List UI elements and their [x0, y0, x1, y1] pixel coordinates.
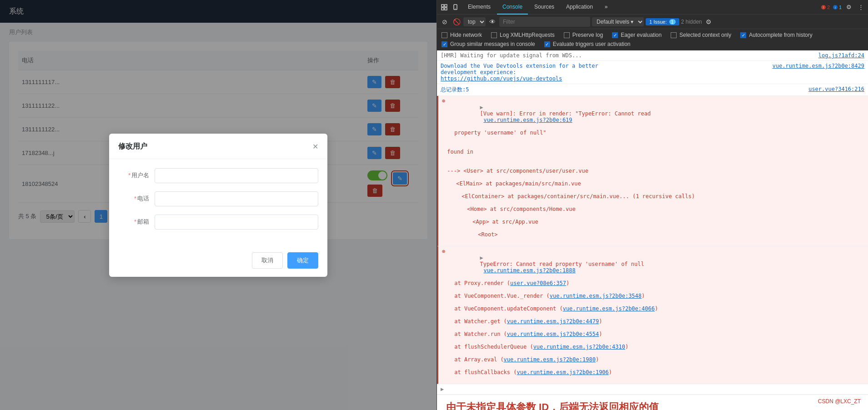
more-options-icon[interactable]: ⋮	[855, 2, 866, 13]
settings-gear-btn[interactable]: ⚙	[704, 17, 714, 27]
top-frame-select[interactable]: top	[463, 17, 486, 26]
evaluate-triggers-label: Evaluate triggers user activation	[553, 41, 631, 47]
tab-console[interactable]: Console	[497, 0, 528, 15]
log-xmlhttp-label: Log XMLHttpRequests	[500, 32, 555, 38]
big-error-message: 由于未指定具体参数 ID，后端无法返回相应的值	[437, 395, 868, 410]
error-log-line: ⊗ ▶ [Vue warn]: Error in render: "TypeEr…	[437, 96, 868, 246]
expand-arrow-2[interactable]: ▶	[480, 255, 483, 261]
selected-context-label: Selected context only	[679, 32, 731, 38]
expand-arrow[interactable]: ▶	[480, 104, 483, 110]
log-line: [HMR] Waiting for update signal from WDS…	[437, 50, 868, 61]
phone-label: *电话	[118, 195, 155, 203]
phone-row: *电话	[118, 191, 318, 206]
devtools-toolbar: ⊘ 🚫 top 👁 Default levels ▾ 1 Issue: 1 2 …	[437, 15, 868, 29]
log-line: 总记录数:5 user.vue?3416:216	[437, 84, 868, 96]
expand-more[interactable]: ▶	[437, 384, 868, 395]
email-input[interactable]	[155, 215, 318, 230]
tab-more[interactable]: »	[599, 0, 613, 15]
group-similar-row: ✓ Group similar messages in console	[442, 41, 535, 47]
evaluate-triggers-row: ✓ Evaluate triggers user activation	[544, 41, 631, 47]
tab-application[interactable]: Application	[561, 0, 598, 15]
clear-console-btn[interactable]: ⊘	[440, 17, 450, 27]
email-label: *邮箱	[118, 218, 155, 226]
csdn-watermark: CSDN @LXC_ZT	[815, 397, 863, 405]
email-row: *邮箱	[118, 215, 318, 230]
hide-network-row: Hide network	[442, 32, 482, 38]
log-link[interactable]: log.js?1afd:24	[818, 52, 864, 59]
autocomplete-label: Autocomplete from history	[749, 32, 812, 38]
preserve-log-label: Preserve log	[572, 32, 603, 38]
autocomplete-row: ✓ Autocomplete from history	[740, 32, 812, 38]
log-link[interactable]: vue.runtime.esm.js?2b0e:8429	[773, 63, 864, 69]
modal-title: 修改用户	[118, 142, 147, 151]
selected-context-row: Selected context only	[671, 32, 731, 38]
tab-elements[interactable]: Elements	[462, 0, 496, 15]
log-link[interactable]: vue.runtime.esm.js?2b0e:619	[483, 117, 572, 123]
svg-text:!: !	[823, 6, 824, 9]
confirm-button[interactable]: 确定	[287, 252, 318, 269]
log-count-badge[interactable]: i 1	[832, 2, 843, 13]
log-link-2[interactable]: vue.runtime.esm.js?2b0e:1888	[483, 267, 575, 274]
group-similar-label: Group similar messages in console	[450, 41, 535, 47]
log-xmlhttp-checkbox[interactable]	[491, 32, 497, 38]
inspect-icon[interactable]	[439, 2, 450, 13]
svg-rect-3	[445, 8, 447, 10]
modal-body: *用户名 *电话 *邮箱	[109, 159, 327, 247]
selected-context-checkbox[interactable]	[671, 32, 677, 38]
username-label: *用户名	[118, 171, 155, 180]
modal-dialog: 修改用户 ✕ *用户名 *电话	[109, 134, 327, 277]
error-icon-2: ⊗	[442, 248, 445, 255]
svg-rect-0	[442, 5, 444, 7]
filter-input[interactable]	[499, 17, 590, 27]
device-icon[interactable]	[451, 2, 462, 13]
modal-overlay: 修改用户 ✕ *用户名 *电话	[0, 0, 437, 410]
settings-icon[interactable]: ⚙	[843, 2, 854, 13]
log-link[interactable]: user.vue?3416:216	[808, 86, 864, 92]
modal-footer: 取消 确定	[109, 247, 327, 277]
hide-network-checkbox[interactable]	[442, 32, 447, 38]
hidden-count: 2 hidden	[681, 19, 702, 25]
error-log-line-2: ⊗ ▶ TypeError: Cannot read property 'use…	[437, 246, 868, 384]
devtools-tabs-bar: Elements Console Sources Application » !…	[437, 0, 868, 15]
username-input[interactable]	[155, 168, 318, 183]
cancel-button[interactable]: 取消	[252, 252, 283, 269]
evaluate-triggers-checkbox[interactable]: ✓	[544, 41, 550, 47]
console-output: [HMR] Waiting for update signal from WDS…	[437, 50, 868, 410]
error-icon: ⊗	[442, 98, 445, 104]
svg-rect-1	[445, 5, 447, 7]
phone-input[interactable]	[155, 191, 318, 206]
svg-point-5	[455, 8, 456, 9]
preserve-log-checkbox[interactable]	[564, 32, 570, 38]
preserve-log-row: Preserve log	[564, 32, 603, 38]
username-row: *用户名	[118, 168, 318, 183]
eye-icon[interactable]: 👁	[487, 17, 497, 27]
devtools-panel: Elements Console Sources Application » !…	[437, 0, 868, 410]
autocomplete-checkbox[interactable]: ✓	[740, 32, 746, 38]
console-options: Hide network Log XMLHttpRequests Preserv…	[437, 29, 868, 50]
error-count-badge[interactable]: ! 2	[820, 2, 831, 13]
group-similar-checkbox[interactable]: ✓	[442, 41, 447, 47]
eager-eval-label: Eager evaluation	[621, 32, 662, 38]
default-levels-select[interactable]: Default levels ▾	[592, 17, 644, 26]
log-xmlhttp-row: Log XMLHttpRequests	[491, 32, 555, 38]
filter-toggle-btn[interactable]: 🚫	[452, 17, 462, 27]
svg-rect-2	[442, 8, 444, 10]
log-line: Download the Vue Devtools extension for …	[437, 61, 868, 84]
tab-sources[interactable]: Sources	[529, 0, 560, 15]
eager-eval-checkbox[interactable]: ✓	[612, 32, 618, 38]
modal-header: 修改用户 ✕	[109, 134, 327, 159]
eager-eval-row: ✓ Eager evaluation	[612, 32, 662, 38]
hide-network-label: Hide network	[450, 32, 482, 38]
issue-button[interactable]: 1 Issue: 1	[646, 18, 679, 25]
close-icon[interactable]: ✕	[312, 142, 318, 151]
